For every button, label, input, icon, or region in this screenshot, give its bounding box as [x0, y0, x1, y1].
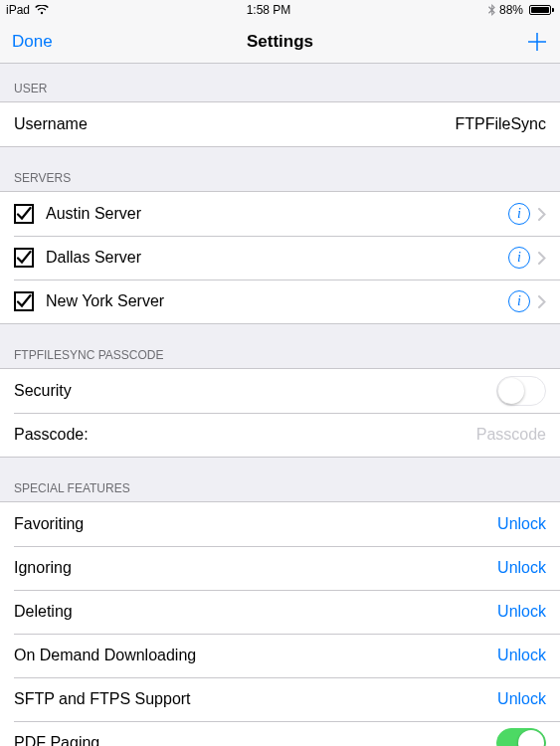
section-header-passcode: FTPFILESYNC PASSCODE — [0, 324, 560, 368]
page-title: Settings — [0, 32, 560, 52]
battery-icon — [527, 5, 554, 15]
feature-label: Deleting — [14, 603, 497, 621]
feature-label: On Demand Downloading — [14, 647, 497, 664]
username-row[interactable]: Username FTPFileSync — [0, 102, 560, 146]
group-user: Username FTPFileSync — [0, 101, 560, 147]
feature-row: PDF Paging — [0, 721, 560, 746]
passcode-row[interactable]: Passcode: Passcode — [0, 413, 560, 457]
passcode-label: Passcode: — [14, 426, 476, 444]
info-icon[interactable]: i — [508, 203, 530, 225]
security-label: Security — [14, 382, 496, 400]
done-button[interactable]: Done — [12, 32, 53, 52]
username-label: Username — [14, 115, 455, 133]
info-icon[interactable]: i — [508, 247, 530, 269]
server-label: New York Server — [46, 292, 508, 310]
bluetooth-icon — [488, 4, 495, 16]
status-bar: iPad 1:58 PM 88% — [0, 0, 560, 20]
battery-percent: 88% — [499, 3, 523, 17]
status-left: iPad — [6, 3, 49, 17]
server-row[interactable]: Dallas Serveri — [0, 236, 560, 280]
feature-row[interactable]: FavoritingUnlock — [0, 502, 560, 546]
status-time: 1:58 PM — [247, 3, 291, 17]
info-icon[interactable]: i — [508, 290, 530, 312]
unlock-button[interactable]: Unlock — [497, 647, 546, 664]
group-passcode: Security Passcode: Passcode — [0, 368, 560, 458]
server-row[interactable]: New York Serveri — [0, 280, 560, 323]
feature-row[interactable]: IgnoringUnlock — [0, 546, 560, 590]
section-header-features: SPECIAL FEATURES — [0, 458, 560, 501]
status-right: 88% — [488, 3, 554, 17]
feature-label: SFTP and FTPS Support — [14, 690, 497, 708]
security-row: Security — [0, 369, 560, 413]
checkbox-icon[interactable] — [14, 291, 34, 311]
checkbox-icon[interactable] — [14, 248, 34, 268]
nav-bar: Done Settings — [0, 20, 560, 64]
unlock-button[interactable]: Unlock — [497, 559, 546, 577]
server-label: Dallas Server — [46, 249, 508, 267]
chevron-right-icon — [538, 208, 546, 221]
username-value: FTPFileSync — [455, 115, 546, 133]
section-header-servers: SERVERS — [0, 147, 560, 191]
group-servers: Austin ServeriDallas ServeriNew York Ser… — [0, 191, 560, 324]
server-label: Austin Server — [46, 205, 508, 223]
wifi-icon — [35, 5, 49, 15]
add-button[interactable] — [526, 31, 548, 53]
unlock-button[interactable]: Unlock — [497, 603, 546, 621]
device-label: iPad — [6, 3, 30, 17]
chevron-right-icon — [538, 252, 546, 265]
feature-row[interactable]: SFTP and FTPS SupportUnlock — [0, 677, 560, 721]
feature-label: PDF Paging — [14, 734, 496, 746]
chevron-right-icon — [538, 295, 546, 308]
unlock-button[interactable]: Unlock — [497, 690, 546, 708]
security-toggle[interactable] — [496, 376, 546, 406]
unlock-button[interactable]: Unlock — [497, 515, 546, 533]
feature-row[interactable]: DeletingUnlock — [0, 590, 560, 634]
server-row[interactable]: Austin Serveri — [0, 192, 560, 236]
checkbox-icon[interactable] — [14, 204, 34, 224]
feature-toggle[interactable] — [496, 728, 546, 746]
section-header-user: USER — [0, 64, 560, 101]
feature-label: Ignoring — [14, 559, 497, 577]
group-features: FavoritingUnlockIgnoringUnlockDeletingUn… — [0, 501, 560, 746]
feature-label: Favoriting — [14, 515, 497, 533]
feature-row[interactable]: On Demand DownloadingUnlock — [0, 634, 560, 677]
passcode-placeholder: Passcode — [476, 426, 546, 444]
plus-icon — [526, 31, 548, 53]
